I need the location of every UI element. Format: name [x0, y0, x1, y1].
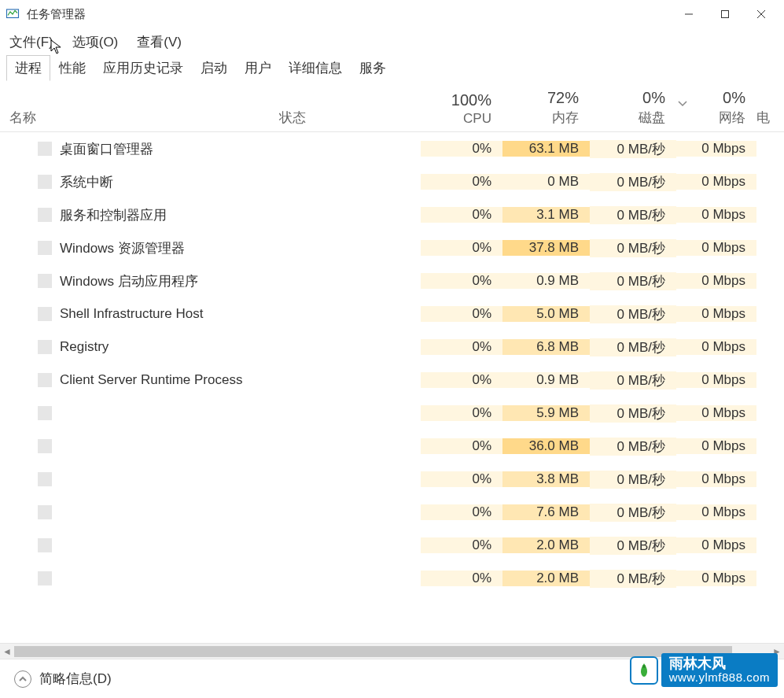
- svg-rect-2: [722, 11, 729, 18]
- tab-details[interactable]: 详细信息: [280, 55, 351, 81]
- column-disk[interactable]: 0%磁盘: [590, 89, 676, 127]
- cell-cpu: 0%: [421, 537, 502, 553]
- column-extra[interactable]: 电: [756, 109, 771, 127]
- process-table: 名称 状态 100%CPU 72%内存 0%磁盘 0%网络 电 桌面窗口管理器0…: [0, 82, 784, 643]
- close-button[interactable]: [743, 0, 779, 28]
- process-icon: [38, 307, 52, 321]
- column-name[interactable]: 名称: [0, 109, 279, 127]
- process-icon: [38, 406, 52, 420]
- cell-disk: 0 MB/秒: [590, 537, 676, 555]
- chevron-up-icon[interactable]: [14, 670, 31, 688]
- minimize-button[interactable]: [671, 0, 707, 28]
- watermark: 雨林木风 www.ylmf888.com: [630, 653, 778, 687]
- table-row[interactable]: 桌面窗口管理器0%63.1 MB0 MB/秒0 Mbps: [0, 132, 784, 165]
- cell-memory: 5.0 MB: [502, 306, 590, 322]
- cell-cpu: 0%: [421, 174, 502, 190]
- menu-options[interactable]: 选项(O): [63, 30, 128, 54]
- tab-processes[interactable]: 进程: [6, 55, 50, 81]
- menu-view[interactable]: 查看(V): [127, 30, 191, 54]
- cell-memory: 5.9 MB: [502, 405, 590, 421]
- table-header: 名称 状态 100%CPU 72%内存 0%磁盘 0%网络 电: [0, 82, 784, 132]
- cell-name: Shell Infrastructure Host: [0, 306, 279, 322]
- cell-memory: 2.0 MB: [502, 571, 590, 586]
- cell-network: 0 Mbps: [676, 240, 756, 256]
- process-icon: [38, 241, 52, 255]
- cell-network: 0 Mbps: [676, 372, 756, 388]
- process-icon: [38, 439, 52, 453]
- cell-memory: 3.8 MB: [502, 471, 590, 487]
- cell-name: Client Server Runtime Process: [0, 372, 279, 388]
- process-icon: [38, 142, 52, 156]
- tab-startup[interactable]: 启动: [192, 55, 236, 81]
- table-row[interactable]: 0%36.0 MB0 MB/秒0 Mbps: [0, 430, 784, 463]
- tab-users[interactable]: 用户: [236, 55, 280, 81]
- cell-network: 0 Mbps: [676, 141, 756, 157]
- cell-memory: 6.8 MB: [502, 339, 590, 355]
- cell-disk: 0 MB/秒: [590, 404, 676, 423]
- watermark-text: 雨林木风 www.ylmf888.com: [661, 653, 778, 687]
- process-rows[interactable]: 桌面窗口管理器0%63.1 MB0 MB/秒0 Mbps系统中断0%0 MB0 …: [0, 132, 784, 643]
- cell-cpu: 0%: [421, 207, 502, 223]
- cell-cpu: 0%: [421, 339, 502, 355]
- table-row[interactable]: Registry0%6.8 MB0 MB/秒0 Mbps: [0, 331, 784, 364]
- scroll-left-icon[interactable]: ◄: [0, 644, 14, 659]
- process-name: Windows 资源管理器: [60, 239, 185, 257]
- cell-cpu: 0%: [421, 504, 502, 520]
- cell-cpu: 0%: [421, 471, 502, 487]
- cursor-icon: [50, 39, 63, 59]
- titlebar: 任务管理器: [0, 0, 784, 28]
- cell-disk: 0 MB/秒: [590, 239, 676, 257]
- cell-disk: 0 MB/秒: [590, 570, 676, 588]
- table-row[interactable]: Client Server Runtime Process0%0.9 MB0 M…: [0, 364, 784, 397]
- cell-memory: 0.9 MB: [502, 273, 590, 289]
- table-row[interactable]: 0%5.9 MB0 MB/秒0 Mbps: [0, 397, 784, 430]
- less-details-button[interactable]: 简略信息(D): [39, 670, 112, 688]
- process-icon: [38, 538, 52, 552]
- cell-network: 0 Mbps: [676, 471, 756, 487]
- cell-memory: 7.6 MB: [502, 504, 590, 520]
- table-row[interactable]: 0%7.6 MB0 MB/秒0 Mbps: [0, 496, 784, 529]
- process-icon: [38, 175, 52, 189]
- cell-name: [0, 571, 279, 585]
- process-icon: [38, 208, 52, 222]
- cell-memory: 37.8 MB: [502, 240, 590, 256]
- table-row[interactable]: Windows 启动应用程序0%0.9 MB0 MB/秒0 Mbps: [0, 264, 784, 297]
- table-row[interactable]: 系统中断0%0 MB0 MB/秒0 Mbps: [0, 165, 784, 198]
- cell-name: Windows 资源管理器: [0, 239, 279, 257]
- cell-network: 0 Mbps: [676, 405, 756, 421]
- menubar: 文件(F) 选项(O) 查看(V): [0, 28, 784, 55]
- process-name: 系统中断: [60, 173, 113, 191]
- tab-services[interactable]: 服务: [351, 55, 395, 81]
- column-cpu[interactable]: 100%CPU: [421, 91, 502, 127]
- scroll-thumb[interactable]: [14, 646, 732, 657]
- process-name: Registry: [60, 339, 109, 355]
- process-icon: [38, 571, 52, 585]
- cell-memory: 63.1 MB: [502, 141, 590, 157]
- table-row[interactable]: Shell Infrastructure Host0%5.0 MB0 MB/秒0…: [0, 297, 784, 331]
- watermark-logo-icon: [630, 656, 658, 685]
- app-icon: [5, 6, 20, 22]
- column-network[interactable]: 0%网络: [676, 89, 756, 127]
- cell-disk: 0 MB/秒: [590, 338, 676, 356]
- cell-network: 0 Mbps: [676, 306, 756, 322]
- column-memory[interactable]: 72%内存: [502, 89, 590, 127]
- tab-app-history[interactable]: 应用历史记录: [94, 55, 192, 81]
- cell-cpu: 0%: [421, 372, 502, 388]
- table-row[interactable]: 0%3.8 MB0 MB/秒0 Mbps: [0, 463, 784, 496]
- table-row[interactable]: Windows 资源管理器0%37.8 MB0 MB/秒0 Mbps: [0, 231, 784, 264]
- cell-disk: 0 MB/秒: [590, 471, 676, 489]
- cell-cpu: 0%: [421, 273, 502, 289]
- cell-name: Windows 启动应用程序: [0, 272, 279, 290]
- cell-name: [0, 439, 279, 453]
- cell-name: 桌面窗口管理器: [0, 140, 279, 158]
- svg-point-5: [642, 665, 646, 668]
- table-row[interactable]: 0%2.0 MB0 MB/秒0 Mbps: [0, 562, 784, 595]
- table-row[interactable]: 服务和控制器应用0%3.1 MB0 MB/秒0 Mbps: [0, 198, 784, 231]
- cell-name: [0, 406, 279, 420]
- maximize-button[interactable]: [707, 0, 743, 28]
- process-name: 服务和控制器应用: [60, 206, 167, 224]
- cell-name: [0, 472, 279, 486]
- table-row[interactable]: 0%2.0 MB0 MB/秒0 Mbps: [0, 529, 784, 562]
- cell-cpu: 0%: [421, 405, 502, 421]
- column-status[interactable]: 状态: [279, 109, 421, 127]
